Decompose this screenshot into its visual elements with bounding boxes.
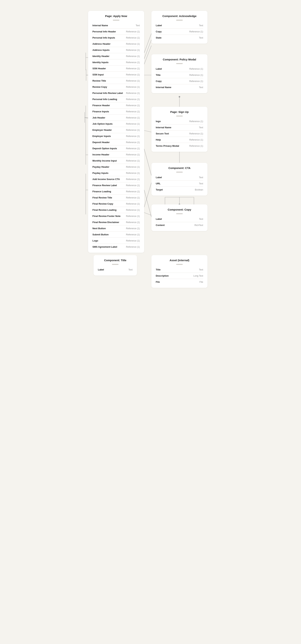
policy-modal-handle	[176, 63, 183, 64]
row-type: Reference (1)	[126, 110, 140, 113]
policy-modal-title: Component: Policy Modal	[156, 58, 203, 61]
table-row: HelpReference (1)	[156, 138, 203, 142]
row-divider	[92, 47, 140, 47]
table-row: Final Review DisclaimerReference (1)	[92, 220, 140, 224]
row-label: Job Option Inputs	[92, 122, 112, 125]
table-row: TitleText	[156, 267, 203, 272]
table-row: Job Option InputsReference (1)	[92, 122, 140, 126]
row-divider	[92, 139, 140, 139]
row-label: Logo	[92, 239, 98, 242]
row-divider	[92, 238, 140, 238]
sign-up-title: Page: Sign Up	[156, 110, 203, 114]
row-divider	[156, 78, 203, 78]
table-row: Review CopyReference (1)	[92, 85, 140, 89]
row-divider	[92, 145, 140, 146]
row-label: Copy	[156, 30, 162, 33]
row-divider	[92, 200, 140, 201]
copy-title: Component: Copy	[156, 208, 203, 211]
row-type: Reference (1)	[126, 178, 140, 180]
row-divider	[92, 127, 140, 127]
table-row: Deposit HeaderReference (1)	[92, 140, 140, 144]
svg-line-20	[144, 183, 152, 207]
svg-point-23	[179, 96, 180, 98]
row-label: Internal Name	[156, 126, 171, 129]
row-divider	[92, 188, 140, 188]
title-comp-handle	[112, 264, 118, 265]
acknowledge-rows: LabelTextCopyReference (1)StateText	[156, 23, 203, 40]
acknowledge-handle	[176, 20, 183, 20]
row-label: Income Header	[92, 153, 109, 156]
table-row: Address InputsReference (1)	[92, 48, 140, 52]
row-label: Next Button	[92, 227, 106, 230]
svg-line-0	[144, 34, 152, 53]
row-divider	[156, 136, 203, 137]
row-type: Reference (1)	[126, 166, 140, 168]
row-type: Reference (1)	[126, 227, 140, 230]
row-label: Internal Name	[92, 24, 108, 27]
row-type: Reference (1)	[126, 209, 140, 211]
row-type: Reference (1)	[126, 246, 140, 248]
row-divider	[156, 124, 203, 124]
copy-handle	[176, 213, 183, 214]
table-row: ContentRichText	[156, 223, 203, 228]
row-type: RichText	[194, 224, 203, 226]
table-row: Add Income Source CTAReference (1)	[92, 177, 140, 182]
table-row: Secure TextReference (1)	[156, 131, 203, 136]
table-row: LogoReference (1)	[92, 238, 140, 243]
row-type: Text	[128, 268, 132, 271]
table-row: Personal Info InputsReference (1)	[92, 36, 140, 40]
table-row: Job HeaderReference (1)	[92, 116, 140, 120]
table-row: LabelText	[156, 217, 203, 221]
acknowledge-title: Component: Acknowledge	[156, 14, 203, 18]
row-divider	[156, 34, 203, 35]
row-type: Reference (1)	[190, 80, 203, 82]
row-type: Text	[199, 24, 203, 27]
table-row: Address HeaderReference (1)	[92, 42, 140, 46]
row-label: File	[156, 280, 160, 283]
row-label: Address Header	[92, 42, 110, 45]
sign-up-card: Page: Sign Up logoReference (1)Internal …	[152, 107, 208, 152]
table-row: Submit ButtonReference (1)	[92, 232, 140, 237]
table-row: Finance HeaderReference (1)	[92, 103, 140, 108]
table-row: Finance LoadingReference (1)	[92, 189, 140, 194]
svg-line-14	[144, 149, 152, 176]
row-divider	[92, 96, 140, 96]
apply-now-title: Page: Apply Now	[92, 14, 140, 18]
row-type: Reference (1)	[190, 30, 203, 33]
row-divider	[156, 186, 203, 187]
svg-line-2	[144, 46, 152, 64]
table-row: Income HeaderReference (1)	[92, 152, 140, 157]
table-row: DescriptionLong Text	[156, 274, 203, 278]
row-type: Reference (1)	[126, 86, 140, 88]
row-type: Reference (1)	[126, 80, 140, 82]
row-type: Reference (1)	[126, 154, 140, 156]
row-label: Review Copy	[92, 86, 107, 88]
row-label: Finance Review Label	[92, 184, 117, 187]
row-divider	[156, 143, 203, 143]
row-label: SMS Agreement Label	[92, 246, 117, 248]
row-label: Review Title	[92, 80, 106, 82]
table-row: Monthly Income InputReference (1)	[92, 158, 140, 163]
table-row: Internal NameText	[156, 125, 203, 130]
row-divider	[156, 180, 203, 180]
row-type: Reference (1)	[126, 123, 140, 125]
row-divider	[156, 84, 203, 84]
table-row: LabelText	[156, 23, 203, 28]
row-type: Text	[199, 218, 203, 220]
row-divider	[92, 53, 140, 53]
table-row: Payday HeaderReference (1)	[92, 164, 140, 169]
row-label: Monthly Income Input	[92, 159, 117, 162]
row-label: Title	[156, 268, 161, 271]
row-divider	[92, 84, 140, 84]
table-row: CopyReference (1)	[156, 79, 203, 84]
row-label: Help	[156, 138, 161, 141]
cta-rows: LabelTextURLTextTargetBoolean	[156, 175, 203, 192]
table-row: FileFile	[156, 280, 203, 284]
row-label: Deposit Option Inputs	[92, 147, 117, 150]
row-label: Secure Text	[156, 132, 169, 135]
row-label: Deposit Header	[92, 141, 110, 144]
title-comp-card: Component: Title LabelText	[94, 255, 137, 276]
row-divider	[92, 158, 140, 158]
row-type: Reference (1)	[126, 74, 140, 76]
row-divider	[92, 164, 140, 164]
